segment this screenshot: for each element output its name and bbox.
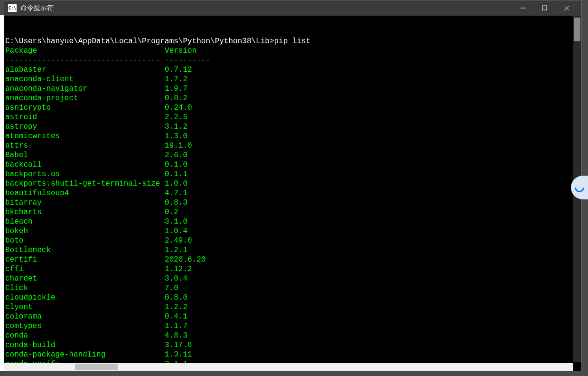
package-row: cffi 1.12.2 — [5, 264, 581, 274]
package-row: anaconda-client 1.7.2 — [5, 75, 581, 84]
package-row: bokeh 1.0.4 — [5, 226, 581, 236]
package-row: backcall 0.1.0 — [5, 160, 581, 169]
package-row: Bottleneck 1.2.1 — [5, 245, 581, 255]
assistant-bubble-icon — [573, 181, 586, 194]
package-row: clyent 1.2.2 — [5, 302, 581, 312]
window-controls — [512, 0, 578, 16]
package-row: certifi 2020.6.20 — [5, 255, 581, 264]
package-row: backports.os 0.1.1 — [5, 169, 581, 179]
package-row: astroid 2.2.5 — [5, 113, 581, 122]
package-row: attrs 19.1.0 — [5, 141, 581, 150]
horizontal-scrollbar[interactable] — [4, 363, 573, 371]
horizontal-scrollbar-thumb[interactable] — [75, 364, 118, 370]
package-row: chardet 3.0.4 — [5, 274, 581, 283]
minimize-button[interactable] — [512, 0, 534, 16]
package-row: conda-package-handling 1.3.11 — [5, 350, 581, 359]
package-row: Click 7.0 — [5, 283, 581, 293]
window-title: 命令提示符 — [20, 4, 512, 12]
terminal-output[interactable]: C:\Users\hanyue\AppData\Local\Programs\P… — [4, 16, 581, 371]
prompt-line: C:\Users\hanyue\AppData\Local\Programs\P… — [5, 37, 581, 46]
background-window-sliver — [0, 15, 4, 371]
package-row: alabaster 0.7.12 — [5, 65, 581, 75]
package-row: comtypes 1.1.7 — [5, 321, 581, 331]
list-header: Package Version — [5, 46, 581, 56]
package-row: backports.shutil-get-terminal-size 1.0.0 — [5, 179, 581, 188]
close-button[interactable] — [556, 0, 578, 16]
cmd-icon: C:\ — [8, 4, 17, 12]
package-row: anaconda-navigator 1.9.7 — [5, 84, 581, 94]
cmd-window: C:\ 命令提示符 C:\Users\hanyue\AppData\Local\… — [4, 0, 582, 371]
package-row: conda-build 3.17.8 — [5, 340, 581, 350]
package-row: atomicwrites 1.3.0 — [5, 132, 581, 141]
titlebar[interactable]: C:\ 命令提示符 — [4, 0, 581, 16]
package-row: Babel 2.6.0 — [5, 150, 581, 160]
package-row: cloudpickle 0.8.0 — [5, 293, 581, 302]
package-row: boto 2.49.0 — [5, 236, 581, 245]
svg-rect-1 — [542, 6, 547, 10]
package-row: bkcharts 0.2 — [5, 207, 581, 217]
maximize-button[interactable] — [534, 0, 556, 16]
package-row: bleach 3.1.0 — [5, 217, 581, 226]
package-row: astropy 3.1.2 — [5, 122, 581, 132]
package-row: beautifulsoup4 4.7.1 — [5, 188, 581, 198]
list-divider: ---------------------------------- -----… — [5, 56, 581, 65]
package-row: anaconda-project 0.8.2 — [5, 94, 581, 103]
package-row: asn1crypto 0.24.0 — [5, 103, 581, 113]
package-row: colorama 0.4.1 — [5, 312, 581, 321]
vertical-scrollbar-thumb[interactable] — [574, 18, 580, 41]
package-row: conda 4.8.3 — [5, 331, 581, 340]
package-row: bitarray 0.8.3 — [5, 198, 581, 207]
